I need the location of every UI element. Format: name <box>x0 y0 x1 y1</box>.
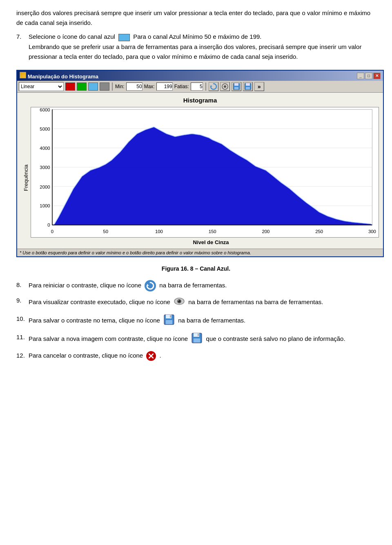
svg-text:100: 100 <box>155 229 163 234</box>
item-8: 8. Para reiniciar o contraste, clique no… <box>16 280 376 291</box>
saveas-button[interactable] <box>243 82 253 91</box>
separator-2 <box>205 82 206 91</box>
max-label: Max: <box>144 84 155 89</box>
blue-channel-icon <box>118 32 130 42</box>
svg-text:0: 0 <box>51 229 53 234</box>
svg-rect-0 <box>119 34 130 41</box>
chart-area: Histograma Frequência <box>17 93 383 249</box>
item-11: 11. Para salvar a nova imagem com contra… <box>16 332 376 347</box>
view-button[interactable] <box>220 82 230 91</box>
svg-text:0: 0 <box>47 222 50 227</box>
svg-rect-47 <box>198 334 199 336</box>
figure-caption: Figura 16. 8 – Canal Azul. <box>16 265 376 272</box>
titlebar-controls[interactable]: _ □ ✕ <box>357 73 381 79</box>
svg-rect-6 <box>234 87 238 89</box>
item-10: 10. Para salvar o contraste no tema, cli… <box>16 314 376 328</box>
svg-rect-42 <box>166 320 172 324</box>
save-button[interactable] <box>232 82 241 91</box>
intro-text: inserção dos valores precisará sempre qu… <box>16 8 376 28</box>
fatias-label: Fatias: <box>174 84 189 89</box>
svg-rect-46 <box>194 338 200 343</box>
svg-rect-9 <box>246 87 250 89</box>
svg-point-39 <box>178 300 179 301</box>
min-input[interactable] <box>126 82 143 91</box>
red-swatch[interactable] <box>65 82 75 91</box>
chart-plot: 6000 5000 4000 3000 2000 1000 0 0 50 100… <box>31 107 379 238</box>
svg-rect-43 <box>170 315 171 318</box>
view-icon <box>174 296 185 310</box>
separator-1 <box>112 82 113 91</box>
chart-container: Frequência <box>21 107 379 249</box>
blue-swatch[interactable] <box>88 82 98 91</box>
svg-text:5000: 5000 <box>40 127 50 131</box>
cancel-icon <box>146 351 156 361</box>
histogram-svg: 6000 5000 4000 3000 2000 1000 0 0 50 100… <box>31 107 379 237</box>
statusbar: * Use o botão esquerdo para definir o va… <box>17 249 383 256</box>
svg-text:50: 50 <box>103 229 108 234</box>
green-swatch[interactable] <box>77 82 87 91</box>
x-axis-label: Nível de Cinza <box>43 239 379 245</box>
svg-text:250: 250 <box>315 229 323 234</box>
save-icon <box>163 314 175 328</box>
chart-with-axes: 6000 5000 4000 3000 2000 1000 0 0 50 100… <box>31 107 379 249</box>
svg-text:300: 300 <box>368 229 376 234</box>
more-button[interactable]: » <box>254 82 264 91</box>
svg-text:2000: 2000 <box>40 185 50 189</box>
refresh-icon <box>145 280 156 291</box>
maximize-button[interactable]: □ <box>365 73 372 79</box>
y-axis-label: Frequência <box>21 107 31 249</box>
histogram-window: Manipulação do Histograma _ □ ✕ Linear M… <box>16 70 384 257</box>
svg-rect-5 <box>234 83 238 86</box>
item-9: 9. Para visualizar contraste executado, … <box>16 296 376 310</box>
titlebar: Manipulação do Histograma _ □ ✕ <box>17 71 383 81</box>
max-input[interactable] <box>156 82 173 91</box>
saveas-icon <box>191 332 203 347</box>
item-12: 12. Para cancelar o contraste, clique no… <box>16 351 376 361</box>
svg-text:150: 150 <box>209 229 216 234</box>
svg-point-3 <box>224 85 226 88</box>
svg-marker-1 <box>211 85 212 87</box>
refresh-button[interactable] <box>209 82 218 91</box>
svg-text:1000: 1000 <box>40 204 50 209</box>
svg-text:3000: 3000 <box>40 165 50 170</box>
window-title: Manipulação do Histograma <box>28 73 98 80</box>
svg-text:6000: 6000 <box>40 107 50 112</box>
svg-text:4000: 4000 <box>40 146 50 151</box>
window-icon <box>20 72 26 78</box>
chart-title: Histograma <box>21 97 379 104</box>
titlebar-left: Manipulação do Histograma <box>20 72 98 80</box>
item-7: 7. Selecione o ícone do canal azul Para … <box>16 32 376 62</box>
close-button[interactable]: ✕ <box>373 73 381 79</box>
svg-marker-35 <box>147 284 149 286</box>
linear-select[interactable]: Linear <box>19 82 64 91</box>
toolbar: Linear Min: Max: Fatias: <box>17 81 383 93</box>
min-label: Min: <box>115 84 125 89</box>
svg-text:200: 200 <box>262 229 270 234</box>
gray-swatch[interactable] <box>100 82 109 91</box>
minimize-button[interactable]: _ <box>357 73 364 79</box>
fatias-input[interactable] <box>191 82 203 91</box>
svg-rect-8 <box>246 83 250 86</box>
